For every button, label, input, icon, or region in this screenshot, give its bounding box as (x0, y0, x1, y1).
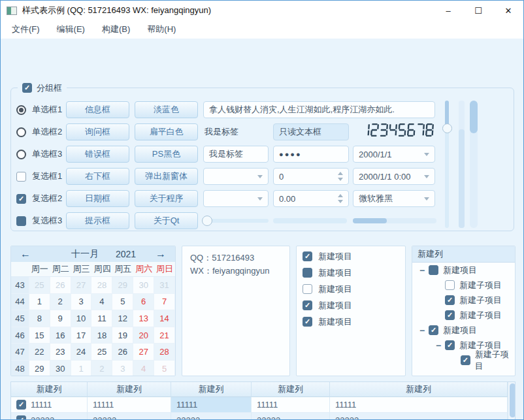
collapse-icon[interactable]: − (416, 325, 429, 336)
menu-build[interactable]: 构建(B) (93, 24, 139, 35)
tree-checkbox-icon[interactable]: ✓ (445, 310, 455, 320)
menu-file[interactable]: 文件(F) (3, 24, 48, 35)
menu-edit[interactable]: 编辑(E) (48, 24, 93, 35)
list-item[interactable]: 新建项目 (297, 281, 405, 297)
calendar-day-cell[interactable]: 25 (91, 344, 112, 361)
table-scrollbar-handle[interactable] (510, 383, 516, 417)
int-spinbox[interactable]: 0 (273, 168, 349, 185)
calendar-day-cell[interactable]: 23 (50, 344, 71, 361)
calendar-day-cell[interactable]: 8 (29, 310, 50, 327)
table-column-header[interactable]: 新建列 (252, 382, 330, 397)
table-scrollbar[interactable] (508, 382, 516, 420)
minimize-icon[interactable]: – (433, 1, 463, 20)
table-cell[interactable]: ✓11111 (11, 397, 88, 413)
calendar-prev-arrow-icon[interactable]: ← (11, 248, 40, 260)
tree-item[interactable]: ✓新建子项目 (412, 293, 515, 308)
vertical-scrollbar-handle[interactable] (470, 101, 478, 133)
calendar-day-cell[interactable]: 28 (91, 277, 112, 294)
push-button[interactable]: 错误框 (66, 146, 129, 163)
sentence-line-edit[interactable]: 拿人钱财替人消灾,人生江湖如此,程序江湖亦如此. (203, 101, 435, 118)
calendar-day-cell[interactable]: 20 (133, 327, 154, 344)
calendar-day-cell[interactable]: 11 (91, 310, 112, 327)
spin-down-icon[interactable] (338, 200, 343, 203)
float-spinbox[interactable]: 0.00 (273, 190, 349, 207)
calendar-day-cell[interactable]: 24 (71, 344, 92, 361)
calendar-day-cell[interactable]: 14 (154, 310, 175, 327)
list-checkbox-icon[interactable] (303, 268, 312, 278)
list-checkbox-icon[interactable]: ✓ (303, 300, 312, 310)
text-edit-panel[interactable]: QQ：517216493 WX：feiyangqingyun (182, 246, 290, 376)
tree-item[interactable]: −新建项目 (412, 263, 515, 278)
list-item[interactable]: ✓新建项目 (297, 248, 405, 265)
collapse-icon[interactable]: − (432, 340, 445, 351)
table-cell[interactable]: 22222 (171, 413, 252, 420)
calendar-day-cell[interactable]: 30 (50, 361, 71, 376)
push-button[interactable]: 右下框 (66, 168, 129, 185)
calendar-day-cell[interactable]: 27 (133, 344, 154, 361)
radio-icon[interactable] (16, 150, 26, 159)
calendar-day-cell[interactable]: 3 (112, 361, 133, 376)
tree-checkbox-icon[interactable]: ✓ (429, 325, 438, 335)
push-button[interactable]: 淡蓝色 (135, 101, 198, 118)
calendar-day-cell[interactable]: 29 (112, 277, 133, 294)
list-item[interactable]: ✓新建项目 (297, 314, 405, 330)
date-combo[interactable]: 2000/1/1 (353, 146, 435, 163)
list-checkbox-icon[interactable] (303, 284, 312, 294)
spin-down-icon[interactable] (338, 178, 343, 181)
calendar-day-cell[interactable]: 31 (154, 277, 175, 294)
table-column-header[interactable]: 新建列 (88, 382, 171, 397)
horizontal-scrollbar-handle[interactable] (353, 218, 387, 223)
calendar-day-cell[interactable]: 7 (154, 294, 175, 311)
calendar-day-cell[interactable]: 30 (133, 277, 154, 294)
calendar-day-cell[interactable]: 19 (112, 327, 133, 344)
calendar-day-cell[interactable]: 10 (71, 310, 92, 327)
checkbox-icon[interactable]: ✓ (16, 194, 26, 204)
tree-item[interactable]: ✓新建子项目 (412, 353, 515, 368)
spin-up-icon[interactable] (338, 194, 343, 197)
calendar-day-cell[interactable]: 15 (29, 327, 50, 344)
table-cell[interactable]: 11111 (88, 397, 171, 413)
list-item[interactable]: ✓新建项目 (297, 297, 405, 314)
password-field[interactable]: ●●●● (273, 146, 349, 163)
calendar-day-cell[interactable]: 27 (71, 277, 92, 294)
list-item[interactable]: 新建项目 (297, 265, 405, 281)
maximize-icon[interactable]: ☐ (463, 1, 493, 20)
calendar-day-cell[interactable]: 17 (71, 327, 92, 344)
table-checkbox-icon[interactable]: ✓ (16, 400, 26, 410)
push-button[interactable]: 关于Qt (135, 212, 198, 229)
menu-help[interactable]: 帮助(H) (139, 24, 184, 35)
calendar-day-cell[interactable]: 28 (154, 344, 175, 361)
tree-checkbox-icon[interactable] (445, 280, 455, 290)
horizontal-scrollbar-empty[interactable] (273, 218, 347, 223)
empty-combo-1[interactable] (203, 168, 269, 185)
table-cell[interactable]: 22222 (88, 413, 171, 420)
radio-icon[interactable] (16, 105, 26, 115)
groupbox-checkbox[interactable]: ✓ (22, 83, 32, 93)
table-column-header[interactable]: 新建列 (11, 382, 88, 397)
empty-combo-2[interactable] (203, 190, 269, 207)
calendar-day-cell[interactable]: 22 (29, 344, 50, 361)
calendar-day-cell[interactable]: 6 (133, 294, 154, 311)
calendar-day-cell[interactable]: 5 (112, 294, 133, 311)
vertical-slider-handle[interactable] (442, 123, 452, 133)
tree-checkbox-icon[interactable] (429, 265, 438, 275)
radio-icon[interactable] (16, 127, 26, 137)
table-cell[interactable]: 11111 (171, 397, 252, 413)
push-button[interactable]: 询问框 (66, 123, 129, 140)
tree-item[interactable]: −✓新建项目 (412, 323, 515, 338)
calendar-day-cell[interactable]: 4 (133, 361, 154, 376)
calendar-day-cell[interactable]: 2 (50, 294, 71, 311)
calendar-day-cell[interactable]: 21 (154, 327, 175, 344)
calendar-day-cell[interactable]: 16 (50, 327, 71, 344)
table-column-header[interactable]: 新建列 (171, 382, 252, 397)
tree-item[interactable]: ✓新建子项目 (412, 308, 515, 323)
datetime-combo[interactable]: 2000/1/1 0:00 (353, 168, 435, 185)
tree-checkbox-icon[interactable]: ✓ (461, 355, 470, 365)
calendar-day-cell[interactable]: 2 (91, 361, 112, 376)
calendar-day-cell[interactable]: 26 (112, 344, 133, 361)
spin-up-icon[interactable] (338, 172, 343, 175)
table-column-header[interactable]: 新建列 (330, 382, 508, 397)
calendar-day-cell[interactable]: 18 (91, 327, 112, 344)
push-button[interactable]: 弹出新窗体 (135, 168, 198, 185)
calendar-day-cell[interactable]: 9 (50, 310, 71, 327)
